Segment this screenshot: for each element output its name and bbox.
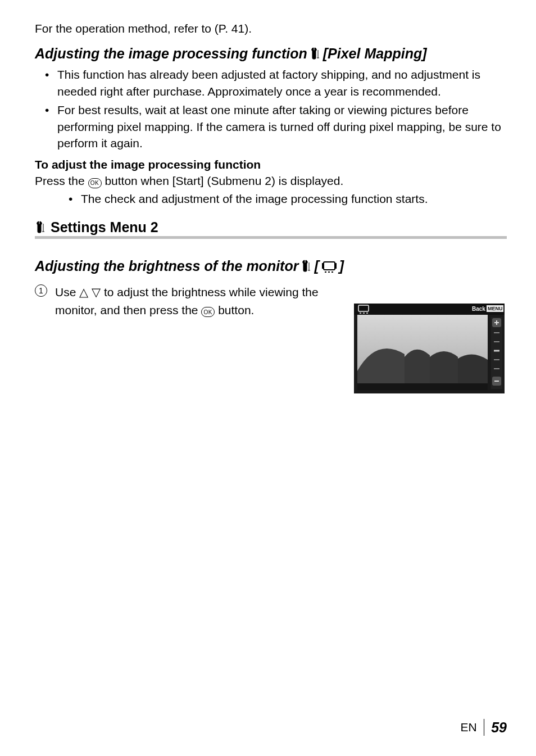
press-bullet-item: The check and adjustment of the image pr…	[69, 191, 507, 207]
svg-rect-8	[357, 383, 488, 390]
page-root: For the operation method, refer to (P. 4…	[0, 0, 536, 756]
wrench-icon	[35, 219, 46, 236]
press-post: button when [Start] (Submenu 2) is displ…	[105, 174, 343, 187]
heading-monitor-brightness: Adjusting the brightness of the monitor …	[35, 258, 507, 274]
step-pre: Use	[55, 286, 79, 298]
wrench-icon	[310, 46, 321, 62]
step-number-1: 1	[35, 284, 47, 297]
bullet-item: For best results, wait at least one minu…	[45, 102, 507, 151]
monitor-brightness-icon	[321, 260, 337, 273]
svg-rect-0	[324, 262, 335, 270]
footer-page-number: 59	[491, 719, 507, 736]
press-pre: Press the	[35, 174, 88, 187]
bullet-list-1: This function has already been adjusted …	[45, 66, 507, 151]
footer-lang: EN	[461, 721, 477, 734]
bracket-open: [	[314, 258, 319, 274]
intro-text: For the operation method, refer to (P. 4…	[35, 20, 507, 37]
heading-pixel-mapping: Adjusting the image processing function …	[35, 46, 507, 62]
triangle-up-icon: △	[79, 286, 88, 298]
subheading-adjust: To adjust the image processing function	[35, 158, 507, 171]
heading-pixel-mapping-post: [Pixel Mapping]	[323, 46, 427, 62]
bullet-item: This function has already been adjusted …	[45, 66, 507, 99]
press-bullet-list: The check and adjustment of the image pr…	[69, 191, 507, 207]
footer-separator	[484, 719, 485, 736]
press-line: Press the OK button when [Start] (Submen…	[35, 173, 507, 189]
heading-pixel-mapping-pre: Adjusting the image processing function	[35, 46, 307, 62]
section-settings-menu-2: Settings Menu 2	[35, 219, 507, 239]
wrench-icon	[301, 258, 312, 274]
menu-label: MENU	[488, 306, 503, 311]
ok-button-icon: OK	[201, 307, 215, 317]
page-footer: EN 59	[461, 719, 507, 736]
camera-screenshot: Back MENU	[354, 304, 505, 393]
triangle-down-icon: ▽	[92, 286, 101, 298]
back-label: Back	[472, 306, 485, 312]
bracket-close: ]	[339, 258, 344, 274]
heading-brightness-pre: Adjusting the brightness of the monitor	[35, 258, 298, 274]
section-title-text: Settings Menu 2	[51, 219, 158, 236]
step-text: Use △ ▽ to adjust the brightness while v…	[55, 283, 325, 319]
step-post: button.	[218, 304, 254, 316]
ok-button-icon: OK	[88, 178, 102, 188]
